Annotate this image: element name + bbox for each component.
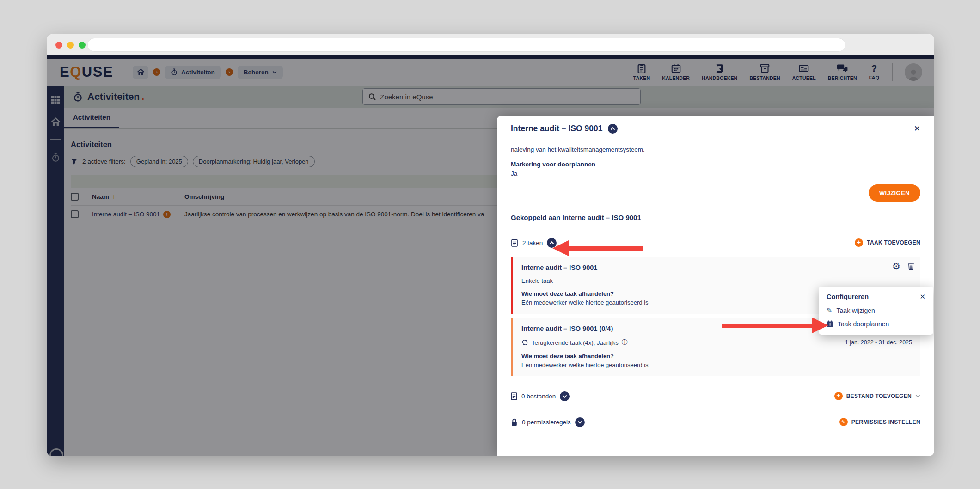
modal-header: Interne audit – ISO 9001 ✕ bbox=[511, 116, 920, 141]
pencil-icon: ✎ bbox=[827, 306, 833, 315]
clipboard-icon bbox=[511, 238, 518, 247]
description-text: naleving van het kwaliteitsmanagementsys… bbox=[511, 146, 920, 153]
annotation-arrow-left-icon bbox=[552, 240, 569, 256]
recurring-icon bbox=[521, 339, 528, 346]
task-period: 1 jan. 2022 - 31 dec. 2025 bbox=[845, 339, 912, 346]
task-question: Wie moet deze taak afhandelen? bbox=[521, 353, 912, 360]
files-count: 0 bestanden bbox=[521, 393, 556, 400]
task-recurrence: Terugkerende taak (4x), Jaarlijks bbox=[532, 339, 619, 346]
plus-icon: + bbox=[834, 392, 843, 400]
expand-chevron-down-icon[interactable] bbox=[560, 391, 570, 401]
add-file-button[interactable]: + BESTAND TOEVOEGEN bbox=[834, 392, 920, 400]
files-summary-row: 0 bestanden + BESTAND TOEVOEGEN bbox=[511, 390, 920, 402]
modal-title: Interne audit – ISO 9001 bbox=[511, 124, 602, 134]
menu-item-label: Taak doorplannen bbox=[838, 320, 889, 328]
task-answer: Eén medewerker welke hiertoe geautorisee… bbox=[521, 361, 912, 368]
traffic-light-minimize-icon[interactable] bbox=[67, 42, 74, 49]
add-file-label: BESTAND TOEVOEGEN bbox=[846, 393, 912, 399]
divider bbox=[511, 384, 920, 384]
divider bbox=[511, 410, 920, 410]
linked-section-heading: Gekoppeld aan Interne audit – ISO 9001 bbox=[511, 214, 920, 221]
wijzigen-button[interactable]: WIJZIGEN bbox=[869, 184, 920, 202]
browser-chrome bbox=[47, 34, 934, 55]
task-title: Interne audit – ISO 9001 bbox=[521, 264, 912, 271]
add-task-label: TAAK TOEVOEGEN bbox=[867, 239, 920, 246]
file-icon bbox=[511, 392, 517, 400]
add-task-button[interactable]: + TAAK TOEVOEGEN bbox=[855, 238, 920, 247]
close-icon[interactable]: ✕ bbox=[919, 293, 925, 301]
close-icon[interactable]: ✕ bbox=[914, 124, 920, 134]
traffic-light-close-icon[interactable] bbox=[55, 42, 62, 49]
marking-value: Ja bbox=[511, 170, 920, 177]
tasks-count: 2 taken bbox=[522, 239, 543, 246]
plus-icon: + bbox=[855, 238, 863, 247]
annotation-arrow-right-icon bbox=[812, 318, 828, 333]
menu-item-label: Taak wijzigen bbox=[837, 307, 875, 314]
permissions-count: 0 permissieregels bbox=[522, 419, 571, 426]
permissions-summary-row: 0 permissieregels ✎ PERMISSIES INSTELLEN bbox=[511, 416, 920, 428]
marking-label: Markering voor doorplannen bbox=[511, 161, 920, 168]
chevron-down-icon bbox=[915, 394, 920, 398]
expand-chevron-down-icon[interactable] bbox=[575, 417, 585, 427]
annotation-arrow-right-shaft bbox=[722, 324, 812, 328]
url-bar[interactable] bbox=[87, 38, 845, 52]
browser-window: EQUSE › Activiteiten › Beheren bbox=[47, 34, 934, 456]
configure-popup: Configureren ✕ ✎ Taak wijzigen Taak door… bbox=[819, 287, 933, 335]
divider bbox=[511, 229, 920, 229]
pencil-icon: ✎ bbox=[839, 418, 848, 426]
task-type: Enkele taak bbox=[521, 277, 553, 284]
traffic-light-zoom-icon[interactable] bbox=[79, 42, 86, 49]
detail-modal: Interne audit – ISO 9001 ✕ naleving van … bbox=[497, 116, 934, 456]
lock-icon bbox=[511, 418, 518, 426]
set-permissions-label: PERMISSIES INSTELLEN bbox=[851, 419, 920, 425]
annotation-arrow-left-shaft bbox=[568, 246, 643, 251]
menu-item-taak-doorplannen[interactable]: Taak doorplannen bbox=[827, 320, 925, 328]
set-permissions-button[interactable]: ✎ PERMISSIES INSTELLEN bbox=[839, 418, 920, 426]
menu-item-taak-wijzigen[interactable]: ✎ Taak wijzigen bbox=[827, 306, 925, 315]
trash-icon[interactable] bbox=[907, 263, 914, 270]
info-icon[interactable]: ⓘ bbox=[622, 338, 628, 347]
desktop-background: EQUSE › Activiteiten › Beheren bbox=[0, 0, 980, 489]
gear-icon[interactable]: ⚙ bbox=[892, 262, 900, 271]
popup-title: Configureren bbox=[827, 293, 869, 300]
collapse-chevron-up-icon[interactable] bbox=[608, 124, 618, 134]
